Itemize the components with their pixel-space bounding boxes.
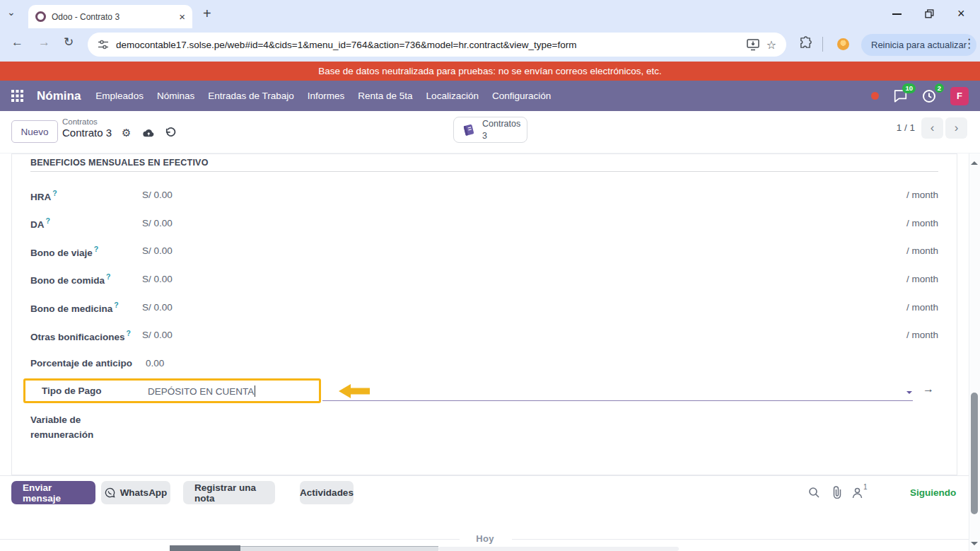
highlight-box: Tipo de Pago DEPÓSITO EN CUENTA <box>23 378 321 403</box>
field-label: Otras bonificaciones <box>30 331 125 342</box>
gear-icon[interactable]: ⚙ <box>122 127 131 138</box>
help-icon[interactable]: ? <box>114 301 118 309</box>
field-row-variable-remuneracion: Variable de remuneración <box>12 405 957 442</box>
breadcrumb-current: Contrato 3 <box>62 127 112 139</box>
nav-item-nominas[interactable]: Nóminas <box>157 91 194 101</box>
extension-icon[interactable] <box>837 38 849 50</box>
help-icon[interactable]: ? <box>106 272 110 281</box>
messages-icon[interactable]: 10 <box>893 89 908 103</box>
field-label: DA <box>30 219 45 230</box>
url-text[interactable]: democontable17.solse.pe/web#id=4&cids=1&… <box>116 40 740 50</box>
apps-grid-icon[interactable] <box>11 90 23 102</box>
field-row-bono-viaje: Bono de viaje? S/ 0.00 / month <box>12 237 957 265</box>
activities-button[interactable]: Actividades <box>300 481 354 504</box>
app-name-nomina[interactable]: Nómina <box>37 89 81 103</box>
scrollbar-up-arrow[interactable] <box>971 158 978 165</box>
back-button[interactable]: ← <box>11 36 23 48</box>
bookmark-star-icon[interactable]: ☆ <box>766 38 776 52</box>
date-divider: Hoy <box>0 533 970 544</box>
field-value-input[interactable]: S/ 0.00 <box>142 274 173 284</box>
tipo-de-pago-input[interactable]: DEPÓSITO EN CUENTA <box>148 385 255 397</box>
window-close-button[interactable]: × <box>957 6 965 21</box>
nav-item-empleados[interactable]: Empleados <box>95 91 144 101</box>
composer-remnant <box>438 547 679 551</box>
field-suffix: / month <box>906 302 938 313</box>
install-app-icon[interactable] <box>747 39 759 51</box>
nav-item-entradas-de-trabajo[interactable]: Entradas de Trabajo <box>208 91 294 101</box>
field-label: Bono de viaje <box>30 247 93 257</box>
reload-button[interactable]: ↻ <box>64 36 74 48</box>
browser-menu-icon[interactable]: ⋮ <box>963 36 975 51</box>
extensions-puzzle-icon[interactable] <box>799 36 812 50</box>
pager-next-button[interactable]: › <box>945 117 967 139</box>
whatsapp-button[interactable]: WhatsApp <box>101 481 170 504</box>
activities-clock-icon[interactable]: 2 <box>922 89 936 103</box>
tab-search-chevron-icon[interactable]: ⌄ <box>7 6 16 18</box>
field-row-bono-medicina: Bono de medicina? S/ 0.00 / month <box>12 293 957 321</box>
smart-button-count: 3 <box>482 131 487 141</box>
contracts-smart-button[interactable]: Contratos3 <box>453 117 527 143</box>
neutralized-db-banner: Base de datos neutralizada para pruebas:… <box>0 62 980 81</box>
field-value-input[interactable]: S/ 0.00 <box>142 245 173 256</box>
tab-close-icon[interactable]: × <box>179 11 185 22</box>
screenshot-root: ⌄ Odoo - Contrato 3 × + × ← → ↻ democont… <box>0 0 980 551</box>
input-underline <box>322 400 913 401</box>
discard-undo-icon[interactable] <box>165 127 176 138</box>
window-restore-button[interactable] <box>925 8 934 21</box>
field-value-input[interactable]: S/ 0.00 <box>142 330 173 340</box>
banner-text: Base de datos neutralizada para pruebas:… <box>318 66 662 76</box>
help-icon[interactable]: ? <box>94 245 98 253</box>
field-label: Bono de medicina <box>30 303 112 313</box>
field-label: Bono de comida <box>30 275 105 286</box>
chrome-update-button[interactable]: Reinicia para actualizar <box>861 34 976 56</box>
nav-item-localizacion[interactable]: Localización <box>426 91 479 101</box>
field-label: Porcentaje de anticipo <box>30 358 132 369</box>
scrollbar-thumb[interactable] <box>971 393 978 514</box>
field-value-input[interactable]: S/ 0.00 <box>142 190 173 200</box>
forward-button[interactable]: → <box>38 36 50 48</box>
field-suffix: / month <box>906 274 938 284</box>
following-button[interactable]: Siguiendo <box>910 487 956 498</box>
browser-tab[interactable]: Odoo - Contrato 3 × <box>28 5 192 28</box>
field-label: Variable de remuneración <box>30 412 142 442</box>
book-icon <box>461 123 476 137</box>
composer-remnant <box>240 546 438 551</box>
annotation-arrow-icon <box>339 383 370 399</box>
chevron-down-icon[interactable] <box>906 391 912 397</box>
field-row-otras-bonificaciones: Otras bonificaciones? S/ 0.00 / month <box>12 321 957 349</box>
field-value-input[interactable]: 0.00 <box>142 358 164 369</box>
breadcrumb-parent[interactable]: Contratos <box>62 117 176 126</box>
nav-item-renta-de-5ta[interactable]: Renta de 5ta <box>358 91 412 101</box>
odoo-favicon-icon <box>35 11 46 22</box>
activities-badge: 2 <box>935 83 944 93</box>
pager-previous-button[interactable]: ‹ <box>921 117 943 139</box>
send-message-button[interactable]: Enviar mensaje <box>11 481 95 504</box>
search-messages-icon[interactable] <box>808 487 820 499</box>
field-value-input[interactable]: S/ 0.00 <box>142 218 173 228</box>
new-button[interactable]: Nuevo <box>11 120 58 143</box>
nav-item-configuracion[interactable]: Configuración <box>492 91 551 101</box>
field-suffix: / month <box>906 190 938 200</box>
field-value-input[interactable]: S/ 0.00 <box>142 302 173 313</box>
new-tab-button[interactable]: + <box>203 6 211 22</box>
smart-button-label: Contratos <box>482 119 520 129</box>
window-minimize-button[interactable] <box>892 13 902 15</box>
log-note-button[interactable]: Registrar una nota <box>183 481 275 504</box>
scrollbar-down-arrow[interactable] <box>971 542 978 549</box>
attachments-paperclip-icon[interactable] <box>832 486 843 499</box>
status-dot <box>871 92 879 100</box>
internal-link-arrow-icon[interactable]: → <box>923 383 934 395</box>
odoo-navbar: Nómina Empleados Nóminas Entradas de Tra… <box>0 81 980 111</box>
whatsapp-icon <box>105 487 115 498</box>
site-settings-icon[interactable] <box>98 39 109 50</box>
section-title: BENEFICIOS MENSUALES EN EFECTIVO <box>30 154 938 172</box>
nav-item-informes[interactable]: Informes <box>308 91 345 101</box>
help-icon[interactable]: ? <box>127 329 131 337</box>
help-icon[interactable]: ? <box>52 189 57 197</box>
field-row-tipo-de-pago: Tipo de Pago DEPÓSITO EN CUENTA → <box>12 377 957 405</box>
followers-person-icon[interactable] <box>852 487 863 499</box>
address-bar[interactable]: democontable17.solse.pe/web#id=4&cids=1&… <box>88 33 786 57</box>
help-icon[interactable]: ? <box>46 216 50 225</box>
user-avatar[interactable]: F <box>950 87 969 105</box>
cloud-save-icon[interactable] <box>141 128 155 138</box>
